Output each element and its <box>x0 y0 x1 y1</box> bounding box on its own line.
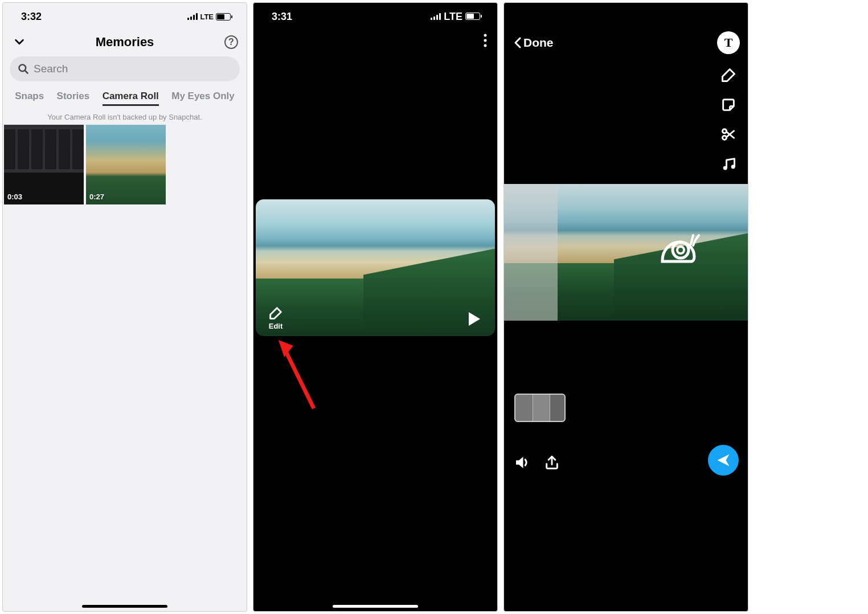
svg-marker-8 <box>279 340 293 357</box>
status-bar: 3:31 LTE <box>253 3 497 28</box>
screen-memories: 3:32 LTE Memories ? Search <box>2 2 247 612</box>
screen-preview: 3:31 LTE Edit <box>253 2 498 612</box>
svg-point-17 <box>673 242 689 258</box>
svg-text:?: ? <box>228 37 234 47</box>
svg-point-18 <box>677 247 684 253</box>
svg-point-15 <box>731 165 735 169</box>
speed-snail-overlay[interactable] <box>657 231 702 267</box>
svg-point-6 <box>484 44 487 47</box>
svg-point-4 <box>484 34 487 37</box>
more-button[interactable] <box>484 34 487 47</box>
collapse-chevron[interactable] <box>13 36 26 48</box>
text-icon: T <box>722 36 735 50</box>
trim-overlay <box>504 184 558 321</box>
text-tool[interactable]: T <box>717 31 740 54</box>
status-time: 3:31 <box>272 11 292 23</box>
play-icon[interactable] <box>469 312 480 326</box>
annotation-arrow-icon <box>279 340 324 414</box>
music-icon <box>720 156 736 172</box>
scissors-tool[interactable] <box>720 126 737 143</box>
cellular-signal-icon <box>187 13 198 20</box>
export-icon <box>544 455 560 470</box>
home-indicator[interactable] <box>333 605 418 608</box>
sound-toggle[interactable] <box>513 454 530 471</box>
tab-stories[interactable]: Stories <box>57 91 90 106</box>
svg-line-7 <box>284 348 314 408</box>
battery-icon <box>216 13 231 21</box>
speaker-icon <box>513 454 530 471</box>
video-thumb[interactable]: 0:27 <box>86 125 166 204</box>
scissors-icon <box>720 126 736 142</box>
music-tool[interactable] <box>720 155 737 173</box>
preview-image <box>504 184 748 321</box>
camera-roll-grid: 0:03 0:27 <box>3 125 247 204</box>
tab-bar: Snaps Stories Camera Roll My Eyes Only <box>3 86 247 109</box>
search-placeholder: Search <box>34 63 68 75</box>
save-button[interactable] <box>544 455 560 470</box>
done-button[interactable]: Done <box>513 36 554 50</box>
screen-editor: Done T <box>503 2 748 612</box>
send-button[interactable] <box>708 445 739 476</box>
video-duration: 0:27 <box>89 193 104 201</box>
help-button[interactable]: ? <box>224 35 239 50</box>
sticker-tool[interactable] <box>720 96 737 113</box>
triptych: 3:32 LTE Memories ? Search <box>0 0 868 614</box>
tab-my-eyes-only[interactable]: My Eyes Only <box>171 91 235 106</box>
pencil-tool[interactable] <box>720 67 737 84</box>
timeline-thumbnails <box>514 394 566 422</box>
editor-preview[interactable] <box>504 184 748 321</box>
bottom-actions <box>513 454 560 471</box>
status-bar: 3:32 LTE <box>3 3 247 28</box>
done-label: Done <box>523 36 554 50</box>
sticker-icon <box>720 97 736 113</box>
page-title: Memories <box>26 35 224 50</box>
cellular-signal-icon <box>431 13 441 20</box>
svg-text:T: T <box>724 36 733 50</box>
help-icon: ? <box>224 35 239 50</box>
preview-image <box>256 199 495 336</box>
nav-bar: Memories ? <box>3 28 247 54</box>
search-input[interactable]: Search <box>10 56 240 81</box>
search-wrap: Search <box>3 54 247 86</box>
search-icon <box>18 63 29 75</box>
pencil-icon <box>267 305 284 322</box>
edit-label: Edit <box>269 322 283 330</box>
svg-point-10 <box>723 129 727 133</box>
send-icon <box>715 452 731 468</box>
svg-line-3 <box>25 71 28 73</box>
svg-point-11 <box>723 136 727 140</box>
timeline-strip[interactable] <box>514 394 566 422</box>
status-network: LTE <box>200 13 214 21</box>
more-vertical-icon <box>484 34 487 47</box>
video-thumb[interactable]: 0:03 <box>4 125 84 204</box>
tab-camera-roll[interactable]: Camera Roll <box>103 91 159 106</box>
svg-point-14 <box>723 166 727 170</box>
status-right: LTE <box>431 11 480 23</box>
home-indicator[interactable] <box>82 605 167 608</box>
status-time: 3:32 <box>21 11 42 23</box>
svg-point-5 <box>484 39 487 42</box>
chevron-down-icon <box>13 36 26 48</box>
battery-icon <box>465 13 480 20</box>
edit-button[interactable]: Edit <box>267 305 284 330</box>
status-right: LTE <box>187 13 231 21</box>
chevron-left-icon <box>513 36 522 50</box>
snail-icon <box>657 231 702 267</box>
backup-message: Your Camera Roll isn't backed up by Snap… <box>3 109 247 125</box>
tab-snaps[interactable]: Snaps <box>15 91 44 106</box>
video-duration: 0:03 <box>7 193 22 201</box>
status-network: LTE <box>444 11 462 22</box>
pencil-icon <box>720 67 736 83</box>
video-preview[interactable]: Edit <box>256 199 495 336</box>
